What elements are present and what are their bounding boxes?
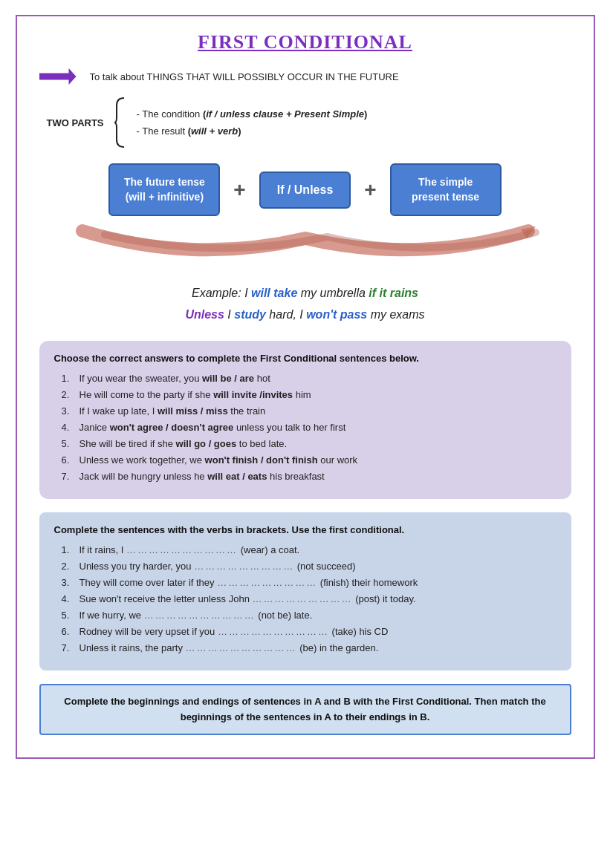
purple-arrow-icon <box>39 68 77 85</box>
list-item: He will come to the party if she will in… <box>62 389 557 400</box>
list-item: She will be tired if she will go / goes … <box>62 438 557 449</box>
bottom-instruction-box: Complete the beginnings and endings of s… <box>39 684 571 736</box>
list-item: Jack will be hungry unless he will eat /… <box>62 471 557 482</box>
page-container: FIRST CONDITIONAL To talk about THINGS T… <box>16 15 595 759</box>
plus-sign-1: + <box>233 178 245 202</box>
brace-icon <box>113 97 128 149</box>
list-item: If you wear the sweater, you will be / a… <box>62 373 557 384</box>
arrows-decoration <box>39 223 571 268</box>
list-item: Janice won't agree / doesn't agree unles… <box>62 422 557 433</box>
example-section: Example: I will take my umbrella if it r… <box>39 283 571 326</box>
exercise-1-box: Choose the correct answers to complete t… <box>39 341 571 499</box>
list-item: Sue won't receive the letter unless John… <box>62 593 557 604</box>
exercise-1-list: If you wear the sweater, you will be / a… <box>54 373 557 482</box>
intro-row: To talk about THINGS THAT WILL POSSIBLY … <box>39 68 571 85</box>
part-1: - The condition (if / unless clause + Pr… <box>137 108 368 120</box>
list-item: Rodney will be very upset if you …………………… <box>62 626 557 637</box>
exercise-2-instruction: Complete the sentences with the verbs in… <box>54 524 557 535</box>
example-line-1: Example: I will take my umbrella if it r… <box>39 283 571 304</box>
page-title: FIRST CONDITIONAL <box>39 31 571 53</box>
list-item: Unless you try harder, you ……………………… (no… <box>62 561 557 572</box>
simple-present-box: The simplepresent tense <box>390 163 502 216</box>
boxes-row: The future tense(will + infinitive) + If… <box>39 163 571 216</box>
part-2: - The result (will + verb) <box>137 125 368 137</box>
two-parts-label: TWO PARTS <box>47 117 104 128</box>
two-parts-section: TWO PARTS - The condition (if / unless c… <box>47 97 571 149</box>
list-item: If we hurry, we ………………………… (not be) late… <box>62 610 557 621</box>
list-item: Unless we work together, we won't finish… <box>62 454 557 466</box>
if-unless-box: If / Unless <box>259 172 351 209</box>
future-tense-box: The future tense(will + infinitive) <box>108 163 220 216</box>
curved-arrows-svg <box>39 223 571 268</box>
list-item: If I wake up late, I will miss / miss th… <box>62 405 557 417</box>
exercise-2-list: If it rains, I ………………………… (wear) a coat.… <box>54 544 557 653</box>
exercise-1-instruction: Choose the correct answers to complete t… <box>54 353 557 364</box>
intro-text: To talk about THINGS THAT WILL POSSIBLY … <box>90 71 399 82</box>
bottom-instruction-text: Complete the beginnings and endings of s… <box>64 696 545 722</box>
example-line-2: Unless I study hard, I won't pass my exa… <box>39 304 571 326</box>
plus-sign-2: + <box>364 178 376 202</box>
list-item: If it rains, I ………………………… (wear) a coat. <box>62 544 557 555</box>
list-item: They will come over later if they ………………… <box>62 577 557 588</box>
exercise-2-box: Complete the sentences with the verbs in… <box>39 512 571 670</box>
list-item: Unless it rains, the party ………………………… (b… <box>62 642 557 653</box>
parts-list: - The condition (if / unless clause + Pr… <box>137 108 368 137</box>
